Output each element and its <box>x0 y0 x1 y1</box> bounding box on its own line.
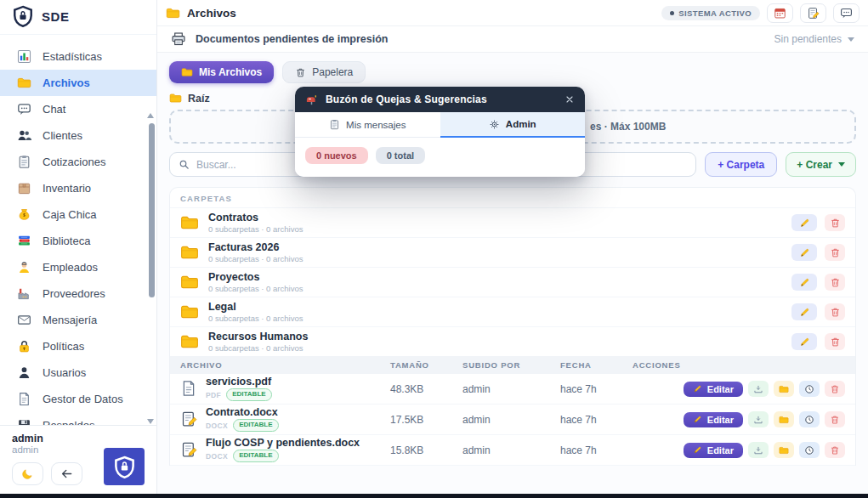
chevron-down-icon <box>848 37 854 42</box>
document-icon <box>180 380 197 397</box>
sidebar-item-label: Clientes <box>43 129 82 142</box>
download-button[interactable] <box>748 411 769 427</box>
move-to-folder-button[interactable] <box>774 381 794 397</box>
status-text: SISTEMA ACTIVO <box>678 8 752 18</box>
edit-file-button[interactable]: Editar <box>684 412 743 427</box>
delete-folder-button[interactable] <box>825 214 845 231</box>
new-folder-button[interactable]: + Carpeta <box>705 152 777 177</box>
sidebar-item-label: Mensajería <box>43 314 97 326</box>
pencil-icon <box>693 384 702 393</box>
view-tabs: Mis Archivos Papelera <box>169 61 856 83</box>
delete-folder-button[interactable] <box>825 274 845 291</box>
sidebar-item-cotizaciones[interactable]: Cotizaciones <box>0 149 156 175</box>
pencil-icon <box>693 415 702 424</box>
edit-folder-button[interactable] <box>791 333 817 350</box>
column-header-file: ARCHIVO <box>180 360 390 370</box>
calendar-button[interactable] <box>767 3 793 23</box>
file-type: PDF <box>206 391 221 399</box>
move-to-folder-button[interactable] <box>774 442 794 458</box>
delete-file-button[interactable] <box>825 381 845 397</box>
delete-folder-button[interactable] <box>825 303 845 320</box>
sidebar-item-clientes[interactable]: Clientes <box>0 122 156 149</box>
folder-icon <box>779 415 789 425</box>
sidebar-item-estadisticas[interactable]: Estadísticas <box>0 43 156 70</box>
download-button[interactable] <box>748 442 769 458</box>
envelope-icon <box>17 313 31 327</box>
folder-row[interactable]: Facturas 2026 0 subcarpetas · 0 archivos <box>170 237 855 267</box>
tab-my-files[interactable]: Mis Archivos <box>169 61 274 83</box>
printer-icon <box>171 31 186 47</box>
edit-folder-button[interactable] <box>791 303 817 320</box>
tab-trash[interactable]: Papelera <box>282 61 366 83</box>
table-row[interactable]: Flujo COSP y pendientes.docx DOCX EDITAB… <box>170 435 855 466</box>
page-title: Archivos <box>166 6 236 20</box>
folder-icon <box>181 66 193 78</box>
sidebar-item-chat[interactable]: Chat <box>0 96 156 122</box>
edit-folder-button[interactable] <box>791 244 817 261</box>
sidebar-item-mensajeria[interactable]: Mensajería <box>0 307 156 333</box>
download-button[interactable] <box>748 381 769 397</box>
folder-meta: 0 subcarpetas · 0 archivos <box>208 224 303 234</box>
back-button[interactable] <box>51 462 82 485</box>
scroll-down-arrow-icon[interactable] <box>147 419 154 424</box>
tab-trash-label: Papelera <box>312 66 353 78</box>
sidebar-scrollbar-thumb[interactable] <box>149 123 155 297</box>
sidebar-item-inventario[interactable]: Inventario <box>0 175 156 201</box>
memo-button[interactable] <box>800 3 826 23</box>
folder-row[interactable]: Contratos 0 subcarpetas · 0 archivos <box>170 207 855 237</box>
history-button[interactable] <box>799 442 820 458</box>
scroll-up-arrow-icon[interactable] <box>147 113 154 118</box>
sidebar-item-label: Usuarios <box>43 366 86 379</box>
history-button[interactable] <box>799 411 820 427</box>
sidebar-item-politicas[interactable]: Políticas <box>0 333 156 359</box>
dark-mode-button[interactable] <box>12 462 43 485</box>
folder-row[interactable]: Recursos Humanos 0 subcarpetas · 0 archi… <box>170 326 855 356</box>
clipboard-icon <box>329 119 340 130</box>
editable-badge: EDITABLE <box>226 388 271 401</box>
delete-folder-button[interactable] <box>825 244 845 261</box>
delete-folder-button[interactable] <box>825 333 845 350</box>
sidebar-item-proveedores[interactable]: Proveedores <box>0 280 156 307</box>
sidebar-item-label: Cotizaciones <box>43 156 105 168</box>
file-type: DOCX <box>206 422 228 430</box>
edit-folder-button[interactable] <box>791 274 817 291</box>
brand-name: SDE <box>42 9 70 24</box>
sidebar-item-gestor-de-datos[interactable]: Gestor de Datos <box>0 386 156 412</box>
history-button[interactable] <box>799 381 820 397</box>
new-messages-badge: 0 nuevos <box>305 147 368 164</box>
sidebar-item-usuarios[interactable]: Usuarios <box>0 359 156 386</box>
bottom-edge-strip <box>0 494 868 498</box>
status-dot-icon <box>670 11 674 15</box>
pending-print-dropdown[interactable]: Sin pendientes <box>774 33 854 45</box>
file-date: hace 7h <box>560 383 633 395</box>
sidebar-item-archivos[interactable]: Archivos <box>0 70 156 96</box>
folder-row[interactable]: Legal 0 subcarpetas · 0 archivos <box>170 297 855 326</box>
clock-icon <box>804 415 814 425</box>
sidebar-item-label: Proveedores <box>43 287 105 300</box>
table-row[interactable]: servicios.pdf PDF EDITABLE 48.3KB admin … <box>170 374 855 405</box>
sidebar-item-caja-chica[interactable]: Caja Chica <box>0 201 156 228</box>
table-row[interactable]: Contrato.docx DOCX EDITABLE 17.5KB admin… <box>170 405 855 435</box>
modal-header: Buzón de Quejas & Sugerencias <box>295 87 585 112</box>
people-icon <box>17 128 31 143</box>
delete-file-button[interactable] <box>825 442 845 458</box>
main-area: Archivos SISTEMA ACTIVO Docum <box>157 0 868 494</box>
chat-button[interactable] <box>833 3 859 23</box>
edit-file-button[interactable]: Editar <box>684 443 743 458</box>
tab-my-messages-label: Mis mensajes <box>346 120 406 130</box>
folder-row[interactable]: Proyectos 0 subcarpetas · 0 archivos <box>170 267 855 297</box>
edit-folder-button[interactable] <box>791 214 817 231</box>
sidebar-item-respaldos[interactable]: Respaldos <box>0 412 156 425</box>
tab-my-messages[interactable]: Mis mensajes <box>295 112 440 138</box>
sidebar-item-label: Estadísticas <box>43 50 102 63</box>
edit-file-button[interactable]: Editar <box>684 382 743 397</box>
sidebar-item-empleados[interactable]: Empleados <box>0 254 156 280</box>
sidebar-item-biblioteca[interactable]: Biblioteca <box>0 228 156 254</box>
file-date: hace 7h <box>560 414 633 426</box>
move-to-folder-button[interactable] <box>774 411 794 427</box>
delete-file-button[interactable] <box>825 411 845 427</box>
pencil-icon <box>693 445 702 455</box>
tab-admin[interactable]: Admin <box>440 112 586 138</box>
create-button[interactable]: + Crear <box>786 152 856 177</box>
close-button[interactable] <box>564 94 575 105</box>
